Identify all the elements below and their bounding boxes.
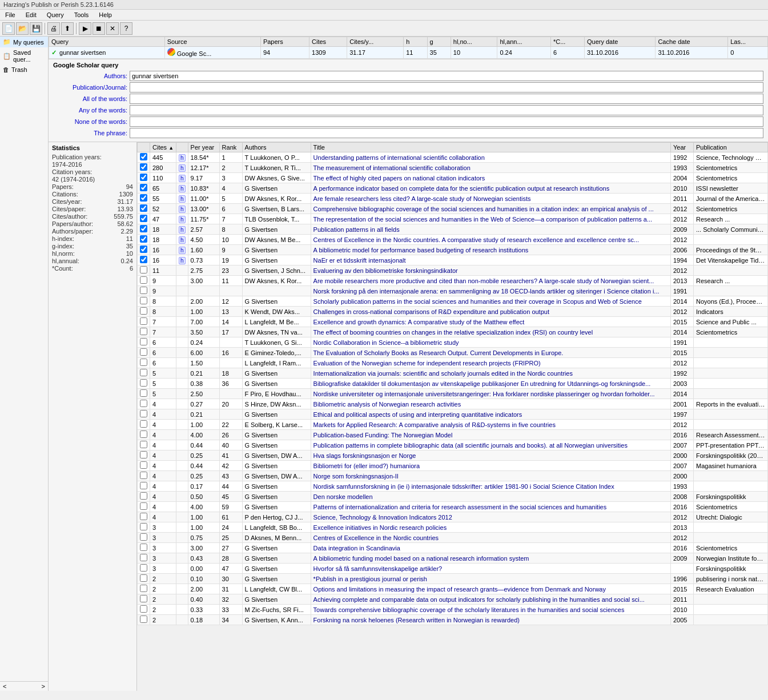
table-row[interactable]: 52 h 13.00* 6 G Sivertsen, B Lars... Com…	[138, 204, 768, 214]
row-checkbox[interactable]	[140, 615, 147, 623]
row-title[interactable]: Ethical and political aspects of using a…	[311, 409, 670, 420]
row-checkbox[interactable]	[140, 328, 147, 335]
row-title[interactable]: Scholarly publication patterns in the so…	[311, 296, 670, 307]
row-checkbox[interactable]	[140, 502, 147, 510]
row-title[interactable]: Markets for Applied Research: A comparat…	[311, 420, 670, 430]
table-row[interactable]: 4 4.00 26 G Sivertsen Publication-based …	[138, 430, 768, 440]
table-row[interactable]: 3 3.00 27 G Sivertsen Data integration i…	[138, 543, 768, 553]
row-checkbox-cell[interactable]	[138, 368, 150, 379]
row-checkbox-cell[interactable]	[138, 574, 150, 584]
row-title[interactable]: Evaluering av den bibliometriske forskni…	[311, 265, 670, 276]
row-checkbox-cell[interactable]	[138, 152, 150, 163]
row-title[interactable]: Hvorfor så få samfunnsvitenskapelige art…	[311, 564, 670, 574]
row-checkbox-cell[interactable]	[138, 379, 150, 389]
row-title[interactable]: Internationalization via journals: scien…	[311, 368, 670, 379]
row-checkbox-cell[interactable]	[138, 389, 150, 399]
row-checkbox-cell[interactable]	[138, 327, 150, 337]
table-row[interactable]: 6 0.24 T Luukkonen, G Si... Nordic Colla…	[138, 337, 768, 348]
row-checkbox[interactable]	[140, 420, 147, 428]
row-checkbox-cell[interactable]	[138, 492, 150, 502]
row-title[interactable]: A performance indicator based on complet…	[311, 183, 670, 194]
row-checkbox-cell[interactable]	[138, 286, 150, 296]
table-row[interactable]: 4 0.50 45 G Sivertsen Den norske modelle…	[138, 492, 768, 502]
col-query[interactable]: Query	[49, 37, 165, 47]
table-row[interactable]: 11 2.75 23 G Sivertsen, J Schn... Evalue…	[138, 265, 768, 276]
row-checkbox-cell[interactable]	[138, 461, 150, 471]
row-title[interactable]: Excellence and growth dynamics: A compar…	[311, 317, 670, 327]
table-row[interactable]: 4 1.00 22 E Solberg, K Larse... Markets …	[138, 420, 768, 430]
table-row[interactable]: 47 h 11.75* 7 TLB Ossenblok, T... The re…	[138, 214, 768, 224]
row-title[interactable]: Nordic Collaboration in Science--a bibli…	[311, 337, 670, 348]
row-checkbox-cell[interactable]	[138, 183, 150, 194]
row-checkbox[interactable]	[140, 215, 147, 222]
table-row[interactable]: 16 h 1.60 9 G Sivertsen A bibliometric m…	[138, 245, 768, 255]
table-row[interactable]: 8 2.00 12 G Sivertsen Scholarly publicat…	[138, 296, 768, 307]
open-btn[interactable]: 📂	[16, 22, 29, 35]
table-row[interactable]: 4 0.25 41 G Sivertsen, DW A... Hva slags…	[138, 450, 768, 461]
menu-tools[interactable]: Tools	[73, 11, 91, 19]
row-checkbox[interactable]	[140, 246, 147, 253]
save-btn[interactable]: 💾	[30, 22, 42, 35]
row-checkbox-cell[interactable]	[138, 348, 150, 358]
table-row[interactable]: 18 h 2.57 8 G Sivertsen Publication patt…	[138, 224, 768, 235]
row-checkbox-cell[interactable]	[138, 594, 150, 605]
row-checkbox[interactable]	[140, 204, 147, 212]
run-btn[interactable]: ▶	[79, 22, 91, 35]
table-row[interactable]: 4 0.25 43 G Sivertsen, DW A... Norge som…	[138, 471, 768, 481]
table-row[interactable]: 2 2.00 31 L Langfeldt, CW Bl... Options …	[138, 584, 768, 594]
table-row[interactable]: 7 3.50 17 DW Aksnes, TN va... The effect…	[138, 327, 768, 337]
row-title[interactable]: Hva slags forskningsnasjon er Norge	[311, 450, 670, 461]
col-authors-header[interactable]: Authors	[242, 143, 311, 152]
row-title[interactable]: Are female researchers less cited? A lar…	[311, 194, 670, 204]
row-checkbox[interactable]	[140, 369, 147, 376]
row-checkbox-cell[interactable]	[138, 522, 150, 533]
col-g[interactable]: g	[427, 37, 451, 47]
row-checkbox-cell[interactable]	[138, 481, 150, 492]
table-row[interactable]: 3 1.00 24 L Langfeldt, SB Bo... Excellen…	[138, 522, 768, 533]
row-title[interactable]: The Evaluation of Scholarly Books as Res…	[311, 348, 670, 358]
gs-allwords-input[interactable]	[130, 94, 763, 104]
row-checkbox[interactable]	[140, 533, 147, 541]
col-cites-header[interactable]: Cites ▲	[150, 143, 176, 152]
row-checkbox-cell[interactable]	[138, 420, 150, 430]
table-row[interactable]: 2 0.40 32 G Sivertsen Achieving complete…	[138, 594, 768, 605]
row-title[interactable]: Science, Technology & Innovation Indicat…	[311, 512, 670, 522]
row-checkbox-cell[interactable]	[138, 173, 150, 183]
row-checkbox-cell[interactable]	[138, 605, 150, 615]
table-row[interactable]: 2 0.33 33 M Zic-Fuchs, SR Fi... Towards …	[138, 605, 768, 615]
row-checkbox-cell[interactable]	[138, 307, 150, 317]
table-row[interactable]: 9 Norsk forskning på den internasjonale …	[138, 286, 768, 296]
col-h-badge-header[interactable]	[176, 143, 188, 152]
col-year-header[interactable]: Year	[671, 143, 694, 152]
row-title[interactable]: NaEr er et tidsskrift internasjonalt	[311, 255, 670, 265]
row-checkbox[interactable]	[140, 492, 147, 500]
col-hlnorm[interactable]: hl,no...	[451, 37, 497, 47]
gs-phrase-input[interactable]	[130, 128, 763, 138]
row-checkbox-cell[interactable]	[138, 245, 150, 255]
row-title[interactable]: Towards comprehensive bibliographic cove…	[311, 605, 670, 615]
row-title[interactable]: Bibliometri for (eller imod?) humaniora	[311, 461, 670, 471]
row-title[interactable]: Options and limitations in measuring the…	[311, 584, 670, 594]
row-title[interactable]: Comprehensive bibliographic coverage of …	[311, 204, 670, 214]
row-checkbox[interactable]	[140, 307, 147, 315]
row-checkbox-cell[interactable]	[138, 224, 150, 235]
row-checkbox[interactable]	[140, 410, 147, 417]
row-title[interactable]: Excellence initiatives in Nordic researc…	[311, 522, 670, 533]
table-row[interactable]: 6 6.00 16 E Giminez-Toledo,... The Evalu…	[138, 348, 768, 358]
row-checkbox[interactable]	[140, 605, 147, 613]
table-row[interactable]: 2 0.10 30 G Sivertsen *Publish in a pres…	[138, 574, 768, 584]
menu-edit[interactable]: Edit	[24, 11, 38, 19]
row-checkbox[interactable]	[140, 153, 147, 160]
row-checkbox-cell[interactable]	[138, 471, 150, 481]
row-checkbox-cell[interactable]	[138, 214, 150, 224]
table-row[interactable]: 4 0.21 G Sivertsen Ethical and political…	[138, 409, 768, 420]
query-row[interactable]: ✓ gunnar sivertsen Google Sc... 94 1309 …	[49, 47, 768, 59]
table-row[interactable]: 7 7.00 14 L Langfeldt, M Be... Excellenc…	[138, 317, 768, 327]
row-title[interactable]: A bibliometric funding model based on a …	[311, 553, 670, 564]
row-checkbox[interactable]	[140, 184, 147, 191]
row-checkbox-cell[interactable]	[138, 265, 150, 276]
row-title[interactable]: Understanding patterns of international …	[311, 152, 670, 163]
col-peryear-header[interactable]: Per year	[188, 143, 219, 152]
row-checkbox[interactable]	[140, 461, 147, 469]
row-title[interactable]: Publication patterns in complete bibliog…	[311, 440, 670, 450]
